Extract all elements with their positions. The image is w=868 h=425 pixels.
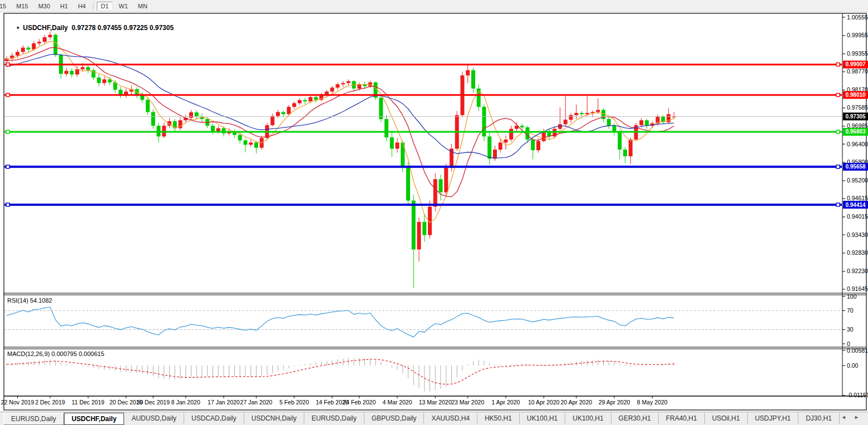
- date-axis-label: 13 Mar 2020: [419, 399, 452, 406]
- candle-down: [384, 119, 388, 137]
- price-badge-text: 0.98010: [845, 92, 866, 98]
- date-axis-label: 23 Mar 2020: [451, 399, 484, 406]
- date-axis-label: 29 Apr 2020: [599, 399, 630, 406]
- symbol-dropdown-icon[interactable]: ▼: [16, 26, 20, 31]
- candle-down: [487, 136, 491, 159]
- candle-down: [222, 128, 226, 133]
- price-axis-label: 0.99355: [847, 50, 868, 57]
- rsi-indicator-label: RSI(14) 54.1082: [7, 297, 52, 304]
- candle-up: [536, 141, 540, 150]
- candle-up: [341, 83, 345, 84]
- price-axis-label: 0.96400: [847, 141, 868, 147]
- candle-up: [396, 142, 400, 149]
- line-handle[interactable]: [6, 63, 9, 66]
- price-badge-text: 0.95658: [845, 164, 866, 170]
- price-badge-text: 0.94414: [845, 202, 866, 208]
- candle-up: [298, 100, 302, 103]
- candle-up: [357, 84, 361, 88]
- rsi-axis-label: 100: [847, 293, 857, 300]
- macd-indicator-label: MACD(12,26,9) 0.000795 0.000615: [7, 350, 104, 357]
- candle-down: [244, 140, 248, 145]
- rsi-axis-label: 30: [847, 326, 854, 333]
- candle-down: [238, 135, 242, 141]
- price-badge-text: 0.99007: [845, 61, 866, 67]
- date-axis-label: 8 May 2020: [637, 399, 668, 406]
- line-handle[interactable]: [6, 203, 9, 206]
- price-axis-label: 0.93430: [847, 231, 868, 238]
- line-handle[interactable]: [836, 203, 840, 206]
- price-axis-label: 0.94015: [847, 213, 868, 220]
- candle-down: [471, 70, 475, 88]
- candle-up: [585, 113, 589, 114]
- price-axis-label: 0.95200: [847, 177, 868, 184]
- price-badge-text: 0.97305: [845, 113, 866, 120]
- candle-up: [21, 48, 25, 52]
- candle-down: [520, 126, 524, 127]
- date-axis-label: 11 Dec 2019: [72, 399, 105, 406]
- candle-up: [433, 179, 437, 206]
- line-handle[interactable]: [6, 130, 9, 134]
- candle-up: [444, 168, 448, 192]
- candle-up: [564, 120, 568, 124]
- candle-down: [314, 97, 318, 100]
- candle-up: [16, 52, 19, 56]
- price-axis-label: 0.94615: [847, 195, 868, 201]
- line-handle[interactable]: [836, 93, 840, 97]
- candle-down: [580, 113, 584, 114]
- candle-up: [75, 70, 79, 75]
- chart-canvas[interactable]: 1.005550.999550.993550.987700.981700.975…: [0, 0, 868, 425]
- date-axis-label: 4 Mar 2020: [382, 399, 412, 406]
- candle-down: [303, 100, 307, 101]
- macd-axis-label: -0.01151: [847, 392, 868, 398]
- date-axis-label: 5 Feb 2020: [279, 399, 309, 406]
- candle-down: [531, 140, 535, 150]
- date-axis-label: 1 Apr 2020: [492, 399, 520, 406]
- candle-up: [287, 107, 291, 114]
- candle-up: [65, 71, 68, 73]
- price-axis-label: 0.91645: [847, 285, 868, 292]
- candle-up: [493, 150, 497, 159]
- candle-up: [574, 113, 578, 115]
- candle-down: [27, 48, 31, 50]
- chart-frame: [4, 13, 866, 410]
- rsi-axis-label: 0: [847, 340, 850, 347]
- candle-up: [499, 142, 502, 150]
- date-axis-label: 30 Dec 2019: [136, 399, 170, 406]
- date-axis-label: 2 Dec 2019: [35, 399, 65, 406]
- candle-up: [336, 84, 339, 87]
- candle-up: [276, 112, 280, 116]
- candle-down: [607, 119, 611, 126]
- chart-symbol-label: USDCHF,Daily: [23, 24, 68, 32]
- candle-up: [81, 67, 85, 70]
- candle-down: [412, 201, 416, 250]
- line-handle[interactable]: [836, 165, 840, 169]
- date-axis-label: 17 Jan 2020: [208, 399, 240, 406]
- line-handle[interactable]: [6, 165, 9, 169]
- candle-up: [569, 115, 573, 120]
- candle-up: [189, 112, 193, 118]
- macd-axis-label: 0.00: [847, 362, 859, 369]
- line-handle[interactable]: [6, 93, 9, 97]
- candle-down: [97, 77, 101, 83]
- candle-down: [618, 132, 622, 150]
- trading-terminal: 15M15M30H1H4D1W1MN 1.005550.999550.99355…: [0, 0, 868, 425]
- candle-down: [422, 222, 426, 235]
- candle-up: [331, 87, 334, 91]
- chart-ohlc-values: 0.97278 0.97455 0.97225 0.97305: [72, 24, 174, 32]
- line-handle[interactable]: [836, 63, 840, 66]
- price-axis-label: 1.00555: [847, 14, 868, 21]
- candle-down: [195, 112, 199, 117]
- candle-up: [629, 140, 633, 156]
- candle-up: [216, 128, 220, 131]
- candle-down: [70, 71, 74, 75]
- candle-down: [645, 120, 649, 126]
- candle-up: [509, 129, 513, 140]
- candle-up: [270, 116, 274, 125]
- price-axis-label: 0.98770: [847, 68, 868, 75]
- candle-up: [347, 81, 351, 83]
- candle-down: [151, 112, 155, 126]
- candle-up: [417, 222, 421, 249]
- candle-up: [639, 120, 643, 125]
- line-handle[interactable]: [836, 130, 840, 134]
- candle-down: [390, 137, 394, 149]
